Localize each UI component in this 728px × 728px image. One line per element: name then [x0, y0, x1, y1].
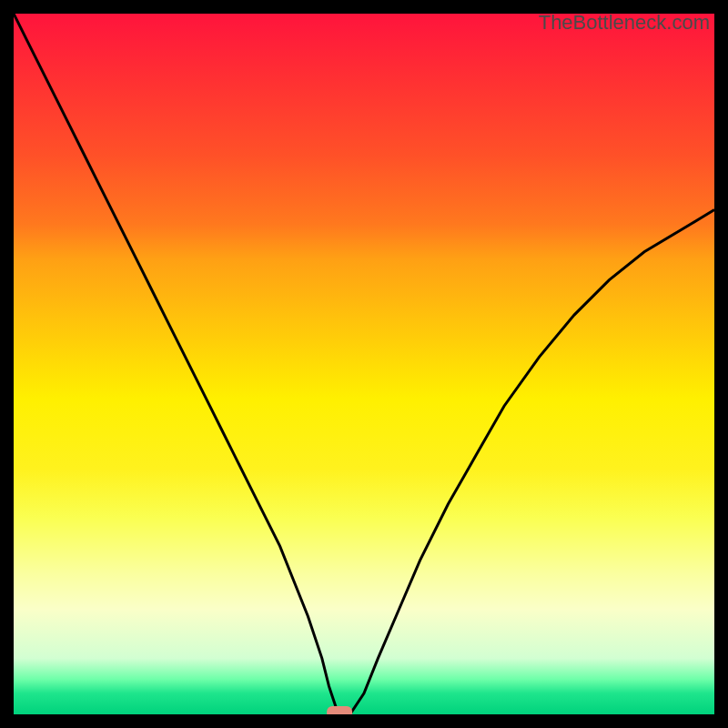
plot-area — [14, 14, 714, 714]
attribution-label: TheBottleneck.com — [539, 11, 710, 35]
bottleneck-curve — [14, 14, 714, 714]
minimum-marker — [327, 706, 352, 714]
curve-layer — [14, 14, 714, 714]
chart-frame: TheBottleneck.com — [0, 0, 728, 728]
